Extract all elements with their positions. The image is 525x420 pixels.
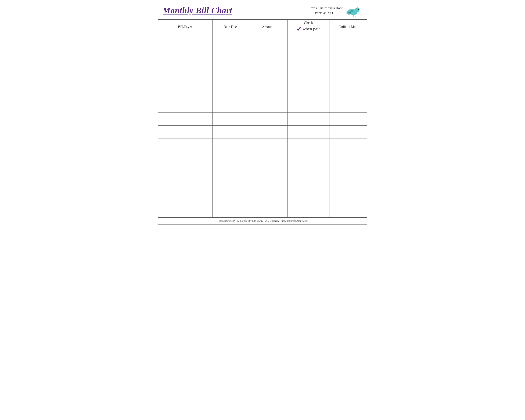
- table-cell: [158, 73, 213, 86]
- table-cell: [329, 47, 367, 60]
- bill-table: Bill/Payee Date Due Amount Check ✓ when …: [158, 20, 367, 217]
- table-cell: [329, 60, 367, 73]
- table-cell: [158, 47, 213, 60]
- table-cell: [248, 152, 288, 165]
- table-cell: [248, 178, 288, 191]
- table-cell: [248, 191, 288, 204]
- table-cell: [158, 60, 213, 73]
- svg-line-9: [353, 15, 354, 17]
- col-header-date: Date Due: [212, 20, 248, 34]
- table-cell: [248, 204, 288, 217]
- table-cell: [329, 112, 367, 126]
- checkmark-icon: ✓: [296, 25, 302, 33]
- table-cell: [158, 165, 213, 178]
- table-cell: [212, 99, 248, 112]
- table-cell: [288, 60, 329, 73]
- page-title: Monthly Bill Chart: [163, 6, 232, 15]
- table-cell: [288, 86, 329, 99]
- table-row: [158, 60, 367, 73]
- table-cell: [158, 126, 213, 139]
- table-cell: [158, 99, 213, 112]
- tagline-block: I Have a Future and a Hope Jeremiah 29:1…: [307, 6, 345, 16]
- table-cell: [212, 112, 248, 126]
- table-row: [158, 99, 367, 112]
- svg-line-14: [355, 17, 356, 17]
- col-header-amount: Amount: [248, 20, 288, 34]
- table-row: [158, 112, 367, 126]
- svg-point-15: [357, 7, 358, 8]
- svg-line-12: [353, 17, 354, 17]
- table-cell: [288, 152, 329, 165]
- table-cell: [288, 178, 329, 191]
- page: Monthly Bill Chart I Have a Future and a…: [158, 0, 367, 224]
- table-cell: [212, 47, 248, 60]
- title-block: Monthly Bill Chart: [163, 6, 232, 15]
- table-cell: [158, 86, 213, 99]
- table-cell: [158, 112, 213, 126]
- table-row: [158, 152, 367, 165]
- table-cell: [288, 34, 329, 47]
- table-cell: [158, 178, 213, 191]
- tagline-line1: I Have a Future and a Hope: [307, 6, 343, 10]
- table-cell: [288, 191, 329, 204]
- table-cell: [248, 47, 288, 60]
- table-cell: [329, 139, 367, 152]
- svg-marker-2: [359, 9, 361, 10]
- header: Monthly Bill Chart I Have a Future and a…: [158, 0, 367, 20]
- table-row: [158, 126, 367, 139]
- table-row: [158, 191, 367, 204]
- svg-point-4: [358, 9, 358, 9]
- table-cell: [329, 165, 367, 178]
- table-cell: [329, 86, 367, 99]
- table-cell: [288, 73, 329, 86]
- bird-icon: [345, 3, 362, 18]
- table-cell: [212, 178, 248, 191]
- table-cell: [212, 86, 248, 99]
- table-cell: [212, 204, 248, 217]
- table-cell: [212, 139, 248, 152]
- table-cell: [288, 204, 329, 217]
- table-cell: [288, 165, 329, 178]
- table-cell: [329, 152, 367, 165]
- tagline-line2: Jeremiah 29:11: [315, 10, 335, 15]
- table-cell: [288, 139, 329, 152]
- table-cell: [248, 86, 288, 99]
- table-cell: [248, 99, 288, 112]
- table-row: [158, 139, 367, 152]
- table-cell: [288, 112, 329, 126]
- table-cell: [248, 126, 288, 139]
- table-row: [158, 204, 367, 217]
- table-cell: [329, 178, 367, 191]
- svg-point-1: [355, 8, 360, 12]
- col-header-online: Online / Mail: [329, 20, 367, 34]
- table-cell: [212, 152, 248, 165]
- table-cell: [248, 112, 288, 126]
- bird-area: I Have a Future and a Hope Jeremiah 29:1…: [307, 3, 362, 18]
- table-cell: [158, 152, 213, 165]
- table-cell: [329, 34, 367, 47]
- check-row: ✓ when paid: [296, 25, 320, 33]
- table-row: [158, 47, 367, 60]
- footer: Personal use only, do not redistribute i…: [158, 217, 367, 224]
- table-cell: [212, 165, 248, 178]
- table-cell: [288, 47, 329, 60]
- table-row: [158, 86, 367, 99]
- table-cell: [212, 126, 248, 139]
- table-row: [158, 165, 367, 178]
- check-header-content: Check ✓ when paid: [288, 21, 329, 33]
- table-cell: [329, 73, 367, 86]
- table-cell: [158, 204, 213, 217]
- col-header-bill: Bill/Payee: [158, 20, 213, 34]
- table-cell: [329, 126, 367, 139]
- table-header-row: Bill/Payee Date Due Amount Check ✓ when …: [158, 20, 367, 34]
- col-header-check: Check ✓ when paid: [288, 20, 329, 34]
- table-row: [158, 34, 367, 47]
- svg-line-10: [355, 15, 356, 17]
- table-cell: [248, 60, 288, 73]
- table-cell: [158, 191, 213, 204]
- table-cell: [212, 34, 248, 47]
- table-cell: [248, 139, 288, 152]
- table-row: [158, 73, 367, 86]
- table-row: [158, 178, 367, 191]
- table-cell: [329, 204, 367, 217]
